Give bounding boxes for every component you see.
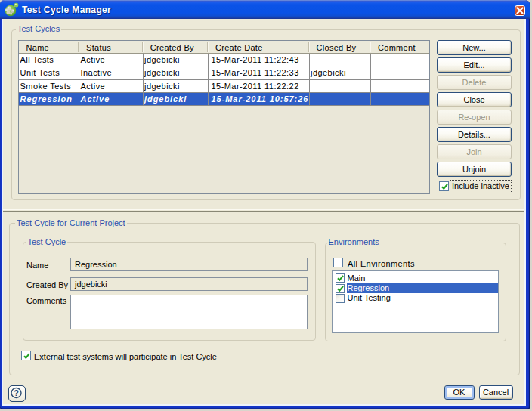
svg-text:?: ? bbox=[14, 388, 19, 397]
